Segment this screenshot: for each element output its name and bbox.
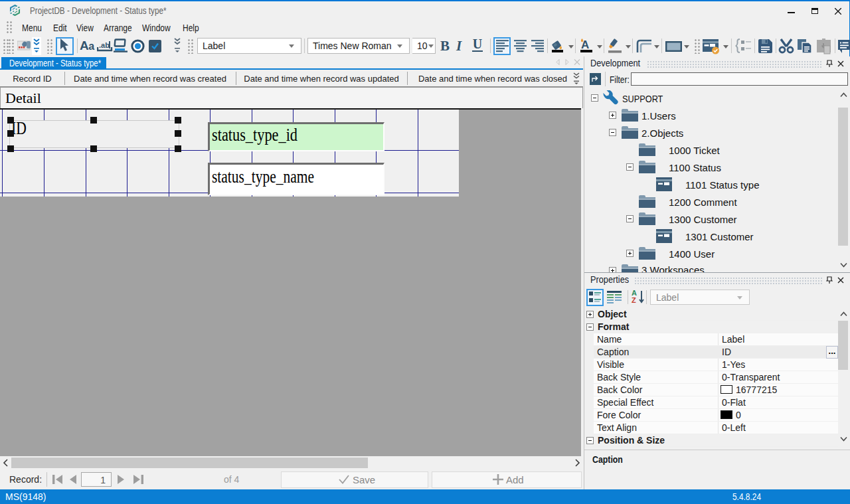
- svg-text:.ab: .ab: [99, 41, 110, 49]
